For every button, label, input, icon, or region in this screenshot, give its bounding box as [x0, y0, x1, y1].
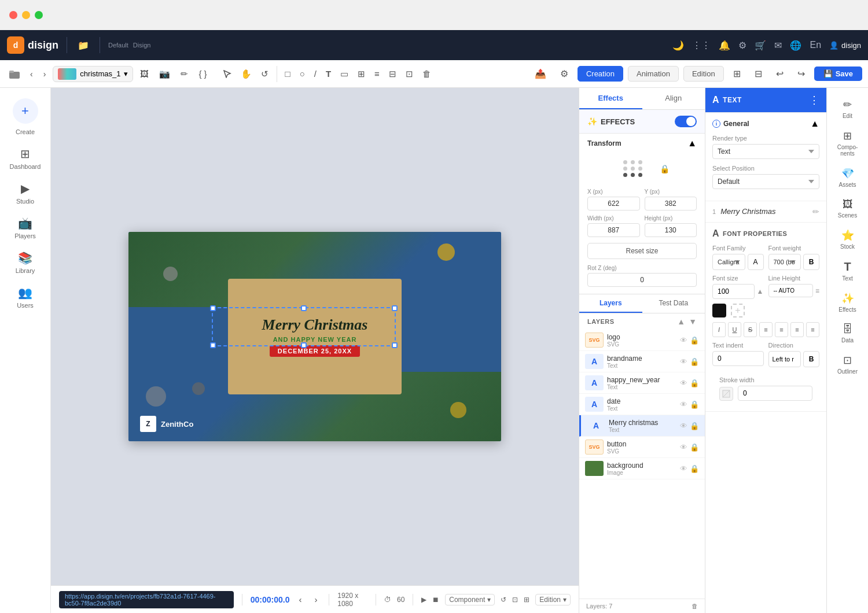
stop-btn[interactable]: ⏹ — [432, 596, 439, 604]
layer-lock-brandname[interactable]: 🔒 — [690, 357, 699, 366]
far-right-data[interactable]: 🗄 Data — [829, 319, 866, 348]
anchor-tl[interactable] — [623, 160, 627, 164]
layer-item-merrychristmas[interactable]: A Merry christmas Text 👁 🔒 — [579, 415, 705, 437]
nav-back-btn[interactable]: ‹ — [27, 67, 36, 81]
direction-btn[interactable]: B — [803, 351, 819, 367]
mac-max-btn[interactable] — [35, 11, 43, 19]
text-edit-icon[interactable]: ✏ — [812, 207, 819, 216]
layer-item-date[interactable]: A date Text 👁 🔒 — [579, 394, 705, 415]
layers-expand-icon[interactable]: ▲ — [677, 317, 685, 326]
mac-min-btn[interactable] — [22, 11, 30, 19]
dark-mode-icon[interactable]: 🌙 — [672, 40, 684, 51]
play-btn[interactable]: ▶ — [421, 596, 426, 604]
layer-eye-date[interactable]: 👁 — [680, 400, 687, 409]
undo-btn[interactable]: ↩ — [771, 65, 788, 82]
direction-select[interactable]: Left to r — [768, 351, 801, 367]
anchor-bc[interactable] — [631, 173, 635, 177]
grid-icon[interactable]: ⋮⋮ — [692, 40, 711, 51]
layer-eye-happynewyear[interactable]: 👁 — [680, 379, 687, 387]
layer-lock-button[interactable]: 🔒 — [690, 443, 699, 452]
anchor-ml[interactable] — [623, 167, 627, 171]
component-icon-btn[interactable]: ⊞ — [729, 65, 745, 82]
cart-icon[interactable]: 🛒 — [755, 40, 766, 51]
font-size-up-icon[interactable]: ▲ — [757, 287, 764, 296]
color-swatch[interactable] — [712, 304, 726, 317]
italic-btn[interactable]: I — [712, 322, 726, 337]
sidebar-item-users[interactable]: 👥 Users — [5, 281, 46, 313]
hand-tool[interactable]: ✋ — [237, 67, 255, 82]
rect-tool[interactable]: □ — [282, 67, 294, 81]
sidebar-item-library[interactable]: 📚 Library — [5, 246, 46, 279]
file-selector[interactable]: christmas_1 ▾ — [53, 66, 133, 82]
settings-btn[interactable]: ⚙ — [556, 65, 573, 82]
sel-handle-bc[interactable] — [301, 342, 307, 348]
far-right-stock[interactable]: ⭐ Stock — [829, 224, 866, 254]
layer-lock-logo[interactable]: 🔒 — [690, 336, 699, 345]
height-input[interactable] — [645, 223, 697, 237]
anchor-br[interactable] — [638, 173, 642, 177]
props-menu-btn[interactable]: ⋮ — [809, 94, 819, 106]
mode-creation-btn[interactable]: Creation — [578, 66, 623, 82]
frame-tool[interactable]: ▭ — [337, 67, 352, 82]
settings-nav-icon[interactable]: ⚙ — [738, 40, 746, 51]
save-button[interactable]: 💾 Save — [814, 67, 862, 81]
project-selector[interactable]: Default Disign — [108, 41, 150, 50]
layers-tab-layers[interactable]: Layers — [579, 294, 642, 313]
far-right-edit[interactable]: ✏ Edit — [829, 94, 866, 124]
notification-icon[interactable]: 🔔 — [719, 40, 730, 51]
lock-icon[interactable]: 🔒 — [660, 164, 670, 173]
user-menu[interactable]: 👤 disign — [829, 41, 861, 50]
crop-tool[interactable]: ⊟ — [385, 67, 400, 82]
sel-handle-tl[interactable] — [210, 305, 216, 311]
layers-tab-testdata[interactable]: Test Data — [642, 294, 705, 313]
general-collapse-icon[interactable]: ▲ — [810, 119, 819, 129]
align-h-tool[interactable]: ⊞ — [354, 67, 369, 82]
align-justify-btn[interactable]: ≡ — [806, 322, 819, 337]
far-right-components[interactable]: ⊞ Compo-nents — [829, 125, 866, 161]
design-canvas[interactable]: Merry Christmas AND HAPPY NEW YEAR DECEM… — [128, 232, 501, 441]
font-case-btn[interactable]: A — [748, 254, 764, 270]
x-input[interactable] — [587, 197, 640, 211]
rot-input[interactable] — [587, 273, 697, 287]
transform-section-header[interactable]: Transform ▲ — [579, 134, 705, 153]
mac-close-btn[interactable] — [9, 11, 17, 19]
layer-item-background[interactable]: background Image 👁 🔒 — [579, 458, 705, 479]
render-type-select[interactable]: Text — [712, 144, 819, 159]
underline-btn[interactable]: U — [728, 322, 741, 337]
layer-item-brandname[interactable]: A brandname Text 👁 🔒 — [579, 351, 705, 372]
bottom-icon-2[interactable]: ⊡ — [512, 596, 518, 604]
redo-btn[interactable]: ↪ — [793, 65, 810, 82]
line-height-input[interactable] — [768, 284, 813, 297]
mode-edition-btn[interactable]: Edition — [683, 66, 724, 82]
font-weight-select[interactable]: 700 (bo — [768, 254, 801, 270]
anchor-tc[interactable] — [631, 160, 635, 164]
tab-effects[interactable]: Effects — [579, 88, 642, 109]
layers-collapse-icon[interactable]: ▼ — [689, 317, 697, 326]
line-tool[interactable]: / — [311, 67, 320, 81]
mode-animation-btn[interactable]: Animation — [628, 66, 679, 82]
font-size-input[interactable] — [712, 284, 755, 299]
color-add-btn[interactable]: + — [731, 304, 745, 317]
pen-tool-btn[interactable]: ✏ — [177, 67, 192, 82]
mail-icon[interactable]: ✉ — [774, 40, 782, 51]
rotate-tool[interactable]: ↺ — [258, 67, 272, 82]
nav-forward-btn[interactable]: › — [40, 67, 50, 81]
sidebar-item-create[interactable]: + Create — [5, 94, 46, 140]
layer-lock-date[interactable]: 🔒 — [690, 400, 699, 409]
share-btn[interactable]: 📤 — [530, 65, 551, 82]
far-right-text[interactable]: T Text — [829, 256, 866, 286]
project-folder-btn[interactable] — [6, 67, 23, 81]
layer-item-button[interactable]: SVG button SVG 👁 🔒 — [579, 437, 705, 458]
timeline-next[interactable]: › — [311, 592, 321, 607]
folder-nav-btn[interactable]: 📁 — [75, 38, 91, 53]
anchor-mr[interactable] — [638, 167, 642, 171]
ellipse-tool[interactable]: ○ — [296, 67, 308, 81]
anchor-bl[interactable] — [623, 173, 627, 177]
reset-size-btn[interactable]: Reset size — [587, 243, 697, 259]
width-input[interactable] — [587, 223, 640, 237]
screenshot-tool-btn[interactable]: 📷 — [156, 67, 174, 82]
delete-tool[interactable]: 🗑 — [419, 67, 435, 81]
layer-item-happynewyear[interactable]: A happy_new_year Text 👁 🔒 — [579, 372, 705, 394]
strikethrough-btn[interactable]: S — [744, 322, 757, 337]
far-right-scenes[interactable]: 🖼 Scenes — [829, 194, 866, 223]
